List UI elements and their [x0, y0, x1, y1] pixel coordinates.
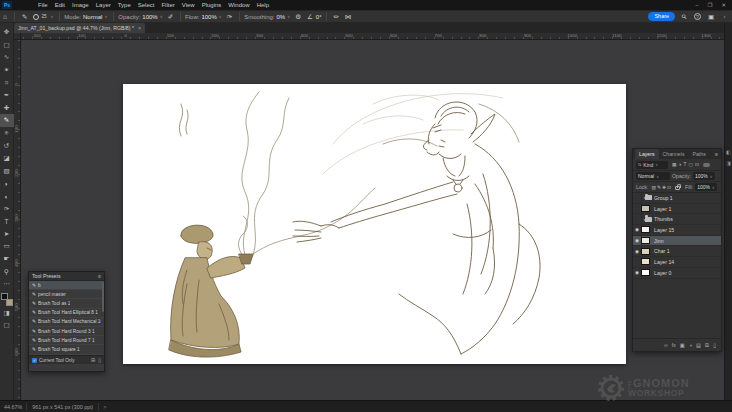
minimize-button[interactable]: –: [695, 0, 698, 10]
chevron-down-icon[interactable]: ∨: [104, 14, 107, 19]
layer-row-layer-1[interactable]: ◉ ▸ Layer 1: [633, 204, 721, 215]
current-tool-only-checkbox[interactable]: ✓: [32, 358, 37, 363]
delete-layer-icon[interactable]: ▯: [713, 342, 716, 348]
move-tool-[interactable]: ✥: [0, 26, 14, 39]
layer-thumbnail[interactable]: [641, 258, 650, 265]
symmetry-icon[interactable]: ⋈: [345, 13, 352, 21]
layer-row-group-1[interactable]: ◉ ▸ Group 1: [633, 193, 721, 204]
close-button[interactable]: ✕: [721, 0, 726, 10]
airbrush-icon[interactable]: ✑: [227, 13, 232, 21]
eraser-tool-[interactable]: ◪: [0, 152, 14, 165]
lock-artboard-icon[interactable]: ⊡: [667, 185, 671, 190]
layer-row-thumbs[interactable]: ◉ ▸ Thumbs: [633, 214, 721, 225]
smoothing-value[interactable]: 0%: [277, 14, 286, 20]
chevron-down-icon[interactable]: ∨: [50, 14, 53, 19]
pen-tool-[interactable]: ✑: [0, 202, 14, 215]
edit-toolbar-[interactable]: ⋯: [0, 278, 14, 291]
layer-thumbnail[interactable]: [641, 205, 650, 212]
layer-effects-icon[interactable]: fx: [672, 342, 676, 348]
panel-tab[interactable]: Paths: [689, 149, 710, 159]
layer-row-layer-15[interactable]: ◉ ▸ Layer 15: [633, 225, 721, 236]
layer-name[interactable]: Layer 0: [654, 270, 671, 276]
layer-row-layer-0[interactable]: ◉ ▸ Layer 0: [633, 268, 721, 279]
color-swatches[interactable]: [1, 293, 13, 306]
layer-thumbnail[interactable]: [641, 269, 650, 276]
menu-item[interactable]: Select: [138, 0, 155, 10]
lock-image-pixels-icon[interactable]: ✎: [657, 185, 661, 190]
workspace-switcher-icon[interactable]: ▣: [708, 13, 714, 21]
layer-name[interactable]: Thumbs: [654, 216, 673, 222]
blur-tool-[interactable]: ◗: [0, 177, 14, 190]
tool-preset-item[interactable]: ✎ Brush Tool Hard Mechanical 16 pi..: [29, 318, 104, 327]
collapsed-panel-icon-2[interactable]: ◨: [726, 160, 731, 166]
panel-menu-icon[interactable]: ≡: [715, 151, 718, 157]
filter-adjustment-layers-icon[interactable]: ◑: [679, 162, 682, 167]
dodge-tool-[interactable]: ◐: [0, 190, 14, 203]
marquee-tool-[interactable]: ▢: [0, 39, 14, 52]
tool-preset-item[interactable]: ✎ Brush Tool Hard Round 7 1: [29, 336, 104, 345]
lock-transparent-pixels-icon[interactable]: ▨: [651, 185, 656, 190]
layer-row-jinn[interactable]: ◉ ▸ Jinn: [633, 236, 721, 247]
layer-mask-icon[interactable]: ▣: [680, 342, 685, 348]
tool-preset-item[interactable]: ✎ b: [29, 281, 104, 290]
layer-row-char-1[interactable]: ◉ ▸ Char 1: [633, 246, 721, 257]
zoom-level-field[interactable]: 44.67%: [4, 404, 22, 410]
chevron-down-icon[interactable]: ∨: [219, 14, 222, 19]
lock-all-icon[interactable]: [675, 186, 680, 190]
menu-item[interactable]: Filter: [161, 0, 174, 10]
scrollbar-thumb[interactable]: [102, 282, 104, 312]
search-icon[interactable]: ⚲: [680, 12, 689, 21]
menu-item[interactable]: Layer: [96, 0, 111, 10]
opacity-value[interactable]: 100%: [142, 14, 157, 20]
smoothing-gear-icon[interactable]: ⚙: [295, 13, 301, 21]
foreground-color-swatch[interactable]: [1, 293, 8, 300]
type-tool-[interactable]: T: [0, 215, 14, 228]
lock-position-icon[interactable]: ✥: [662, 185, 666, 190]
layer-name[interactable]: Layer 15: [654, 227, 674, 233]
quick-mask-button[interactable]: ◨: [0, 306, 14, 319]
filter-pixel-layers-icon[interactable]: ▦: [672, 162, 677, 167]
vertical-ruler[interactable]: 0100200300400500600: [14, 40, 21, 400]
menu-item[interactable]: Image: [72, 0, 89, 10]
restore-button[interactable]: ❐: [707, 0, 712, 10]
hand-tool-[interactable]: ☛: [0, 253, 14, 266]
visibility-toggle[interactable]: ◉: [633, 193, 642, 203]
blend-mode-select[interactable]: Normal ∨: [636, 172, 670, 180]
quick-selection-tool-[interactable]: ✶: [0, 64, 14, 77]
link-layers-icon[interactable]: ∞: [664, 342, 668, 348]
layer-name[interactable]: Layer 14: [654, 259, 674, 265]
crop-tool-[interactable]: ⌗: [0, 76, 14, 89]
lasso-tool-[interactable]: ∿: [0, 51, 14, 64]
filter-shape-layers-icon[interactable]: ▢: [688, 162, 693, 167]
adjustment-layer-icon[interactable]: ◑: [689, 342, 692, 348]
background-color-swatch[interactable]: [6, 299, 13, 306]
brush-tool-[interactable]: ✎: [0, 114, 14, 127]
layer-name[interactable]: Layer 1: [654, 206, 671, 212]
gradient-tool-[interactable]: ▧: [0, 165, 14, 178]
pressure-size-icon[interactable]: ✏: [334, 13, 339, 21]
tool-preset-item[interactable]: ✎ Brush Tool as 1: [29, 299, 104, 308]
filter-type-layers-icon[interactable]: T: [683, 162, 686, 167]
menu-item[interactable]: Help: [257, 0, 269, 10]
shape-tool-[interactable]: ▭: [0, 240, 14, 253]
tool-preset-item[interactable]: ✎ Brush Tool Hard Round 3 1: [29, 327, 104, 336]
collapsed-panel-icon-1[interactable]: ◧: [726, 149, 731, 155]
mode-select[interactable]: Normal: [83, 14, 102, 20]
tool-presets-header[interactable]: Tool Presets ≡: [29, 272, 104, 281]
panel-tab[interactable]: Layers: [635, 149, 659, 159]
horizontal-ruler[interactable]: -200-10001002003004005006007008009001000…: [14, 33, 732, 40]
chevron-down-icon[interactable]: ∨: [287, 14, 290, 19]
status-chevron-icon[interactable]: >: [103, 404, 106, 410]
menu-item[interactable]: View: [182, 0, 195, 10]
menu-item[interactable]: Type: [118, 0, 131, 10]
tool-preset-item[interactable]: ✎ Brush Tool square 1: [29, 345, 104, 354]
help-icon[interactable]: ?: [694, 13, 701, 20]
menu-item[interactable]: Window: [228, 0, 249, 10]
canvas[interactable]: [123, 84, 626, 364]
layer-thumbnail[interactable]: [641, 226, 650, 233]
pressure-opacity-icon[interactable]: ✐: [168, 13, 173, 21]
menu-item[interactable]: Edit: [55, 0, 65, 10]
zoom-tool-[interactable]: ⚲: [0, 265, 14, 278]
document-tab[interactable]: Jinn_AT_01_backup.psd @ 44.7% (Jinn, RGB…: [14, 23, 145, 33]
brush-preview-icon[interactable]: [33, 14, 39, 20]
